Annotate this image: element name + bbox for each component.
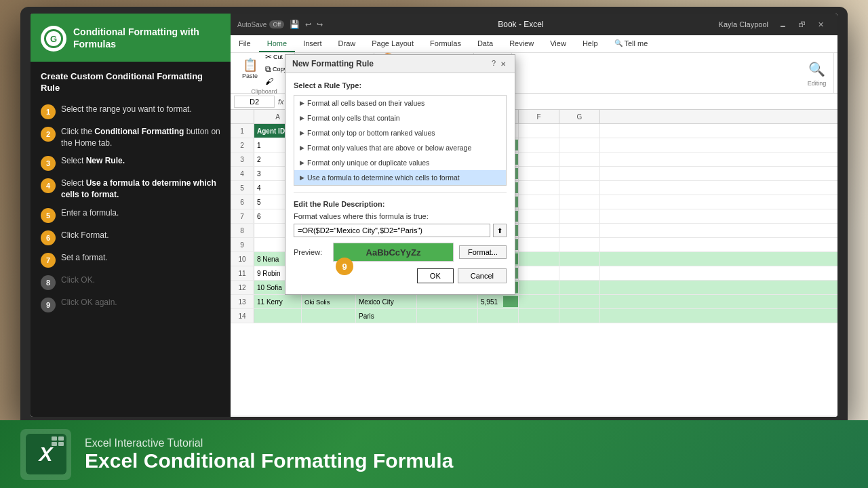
step-9-num: 9	[41, 298, 56, 312]
formula-instruction-label: Format values where this formula is true…	[294, 212, 507, 220]
step-3: 3 Select New Rule.	[41, 155, 220, 171]
step-6-num: 6	[41, 230, 56, 245]
dialog-separator	[294, 192, 507, 193]
rule-arrow-3: ▶	[300, 144, 304, 151]
step-4-num: 4	[41, 178, 56, 193]
sidebar-header: G Conditional Formatting with Formulas	[31, 14, 231, 62]
step-1: 1 Select the range you want to format.	[41, 104, 220, 119]
rule-item-3[interactable]: ▶ Format only values that are above or b…	[294, 140, 506, 155]
step-6: 6 Click Format.	[41, 230, 220, 245]
preview-text: AaBbCcYyZz	[366, 247, 421, 258]
new-formatting-rule-dialog: New Formatting Rule ? ✕ Select a Rule Ty…	[285, 54, 515, 295]
formula-box-wrap: ⬆	[294, 224, 507, 237]
excel-icon-wrap: X	[20, 429, 71, 480]
step-9-badge: 9	[336, 258, 353, 275]
step-6-text: Click Format.	[61, 230, 109, 241]
step-4: 4 Select Use a formula to determine whic…	[41, 178, 220, 201]
step-3-num: 3	[41, 156, 56, 171]
step-1-num: 1	[41, 104, 56, 119]
step-7: 7 Set a format.	[41, 252, 220, 268]
rule-arrow-1: ▶	[300, 115, 304, 121]
dialog-controls: ? ✕	[492, 59, 508, 68]
step-2-num: 2	[41, 127, 56, 142]
step-8-num: 8	[41, 275, 56, 290]
rule-item-2[interactable]: ▶ Format only top or bottom ranked value…	[294, 125, 506, 140]
bottom-title: Excel Conditional Formatting Formula	[85, 449, 453, 472]
rule-item-5[interactable]: ▶ Use a formula to determine which cells…	[294, 170, 506, 185]
sidebar-content: Create Custom Conditional Formatting Rul…	[31, 62, 231, 329]
rule-item-4[interactable]: ▶ Format only unique or duplicate values	[294, 155, 506, 170]
step-1-text: Select the range you want to format.	[61, 104, 192, 115]
rule-item-0[interactable]: ▶ Format all cells based on their values	[294, 96, 506, 110]
step-5-text: Enter a formula.	[61, 207, 119, 219]
laptop-screen: G Conditional Formatting with Formulas C…	[31, 14, 837, 417]
rule-arrow-4: ▶	[300, 159, 304, 166]
step-2: 2 Click the Conditional Formatting butto…	[41, 126, 220, 149]
rule-desc-label: Edit the Rule Description:	[294, 200, 507, 208]
sidebar-title: Conditional Formatting with Formulas	[73, 26, 220, 50]
sidebar: G Conditional Formatting with Formulas C…	[31, 14, 231, 417]
rule-type-label: Select a Rule Type:	[294, 81, 507, 89]
dialog-help-icon[interactable]: ?	[492, 59, 496, 68]
rule-arrow-2: ▶	[300, 129, 304, 136]
laptop-frame: G Conditional Formatting with Formulas C…	[20, 7, 848, 420]
step-8: 8 Click OK.	[41, 274, 220, 290]
dialog-body: Select a Rule Type: ▶ Format all cells b…	[285, 73, 515, 294]
step-3-text: Select New Rule.	[61, 155, 125, 167]
rule-item-1[interactable]: ▶ Format only cells that contain	[294, 110, 506, 125]
rule-arrow-5: ▶	[300, 174, 304, 181]
step-4-text: Select Use a formula to determine which …	[61, 178, 220, 201]
dialog-footer: OK Cancel	[294, 268, 507, 286]
dialog-title: New Formatting Rule	[292, 59, 374, 68]
sidebar-section-title: Create Custom Conditional Formatting Rul…	[41, 71, 220, 94]
formula-collapse-button[interactable]: ⬆	[493, 224, 507, 237]
step-9-text: Click OK again.	[61, 297, 117, 308]
formula-input-field[interactable]	[294, 224, 490, 237]
dialog-title-bar: New Formatting Rule ? ✕	[285, 55, 515, 73]
dialog-close-icon[interactable]: ✕	[498, 59, 508, 68]
preview-box: AaBbCcYyZz	[333, 243, 454, 262]
cancel-button[interactable]: Cancel	[458, 268, 507, 283]
ok-button[interactable]: OK	[417, 268, 454, 283]
sidebar-logo-icon: G	[44, 29, 63, 48]
bottom-subtitle: Excel Interactive Tutorial	[85, 437, 453, 449]
bottom-bar: X Excel Interactive Tutorial Excel Condi…	[0, 420, 868, 488]
bottom-text: Excel Interactive Tutorial Excel Conditi…	[85, 437, 453, 472]
step-7-num: 7	[41, 253, 56, 268]
format-button[interactable]: Format...	[459, 245, 507, 259]
excel-area: AutoSave Off 💾 ↩ ↪ Book - Excel Kayla Cl…	[231, 14, 837, 417]
dialog-overlay: New Formatting Rule ? ✕ Select a Rule Ty…	[231, 14, 837, 417]
rule-arrow-0: ▶	[300, 100, 304, 106]
step-5-num: 5	[41, 208, 56, 223]
step-7-text: Set a format.	[61, 252, 108, 264]
excel-grid-icon	[52, 436, 64, 446]
sidebar-logo: G	[41, 26, 66, 52]
rule-type-list: ▶ Format all cells based on their values…	[294, 95, 507, 186]
step-9: 9 Click OK again.	[41, 297, 220, 312]
preview-label: Preview:	[294, 248, 328, 256]
preview-row: Preview: AaBbCcYyZz Format...	[294, 243, 507, 262]
step-8-text: Click OK.	[61, 274, 95, 286]
step-5: 5 Enter a formula.	[41, 207, 220, 223]
step-2-text: Click the Conditional Formatting button …	[61, 126, 220, 149]
